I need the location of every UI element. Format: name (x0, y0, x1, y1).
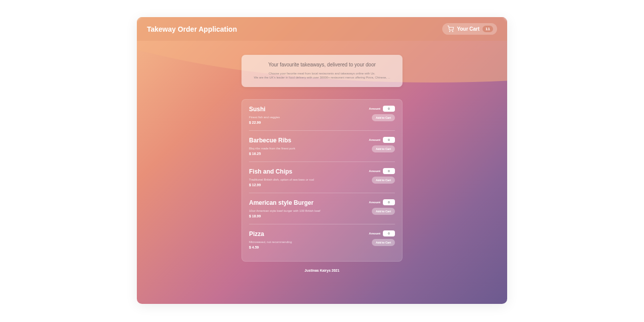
svg-point-0 (450, 31, 450, 32)
meal-action: Amount Add to Cart (369, 137, 395, 155)
meal-price: $ 16.25 (249, 152, 295, 155)
meal-price-value: 4.59 (252, 246, 259, 249)
meal-info: Sushi Finest fish and veggies $ 22.99 (249, 106, 280, 124)
add-to-cart-button[interactable]: Add to Cart (372, 177, 395, 184)
meal-action: Amount Add to Cart (369, 168, 395, 187)
meal-action: Amount Add to Cart (369, 199, 395, 218)
cart-label: Your Cart (457, 26, 479, 32)
cart-button[interactable]: Your Cart 11 (442, 23, 497, 35)
meal-name: Pizza (249, 230, 292, 237)
footer-text: Justinas Kairys 2021 (304, 269, 339, 272)
header-bar: Takeway Order Application Your Cart 11 (137, 17, 507, 41)
amount-input[interactable] (383, 106, 395, 112)
amount-row: Amount (369, 137, 395, 143)
amount-label: Amount (369, 201, 380, 204)
meal-description: Microwaved, not recommending (249, 240, 292, 244)
amount-input[interactable] (383, 137, 395, 143)
amount-row: Amount (369, 106, 395, 112)
amount-row: Amount (369, 199, 395, 205)
cart-count-badge: 11 (482, 26, 493, 32)
amount-label: Amount (369, 232, 380, 235)
meal-action: Amount Add to Cart (369, 106, 395, 124)
meal-description: Traditional British dish, option of sea … (249, 178, 314, 181)
menu-card: Sushi Finest fish and veggies $ 22.99 Am… (242, 99, 403, 262)
meal-price: $ 4.59 (249, 246, 292, 249)
cart-icon (447, 26, 454, 32)
amount-label: Amount (369, 170, 380, 173)
meal-row: American style Burger 10oz American styl… (249, 193, 395, 224)
amount-input[interactable] (383, 230, 395, 236)
meal-info: Fish and Chips Traditional British dish,… (249, 168, 314, 187)
amount-label: Amount (369, 107, 380, 110)
meal-price-value: 22.99 (252, 121, 261, 124)
hero-subtitle-line1: Choose your favorite meal from local res… (251, 71, 393, 75)
meal-description: Bbq ribs made from the finest pork (249, 147, 295, 150)
amount-label: Amount (369, 138, 380, 141)
meal-price: $ 12.99 (249, 183, 314, 187)
app-frame: Takeway Order Application Your Cart 11 Y… (137, 17, 507, 304)
meal-name: Sushi (249, 106, 280, 113)
meal-price: $ 18.99 (249, 214, 320, 218)
meal-info: Barbecue Ribs Bbq ribs made from the fin… (249, 137, 295, 155)
add-to-cart-button[interactable]: Add to Cart (372, 114, 395, 121)
add-to-cart-button[interactable]: Add to Cart (372, 208, 395, 215)
hero-title: Your favourite takeaways, delivered to y… (251, 62, 393, 67)
add-to-cart-button[interactable]: Add to Cart (372, 145, 395, 152)
svg-point-1 (453, 31, 453, 32)
hero-subtitle: Choose your favorite meal from local res… (251, 71, 393, 80)
meal-row: Fish and Chips Traditional British dish,… (249, 162, 395, 193)
meal-action: Amount Add to Cart (369, 230, 395, 249)
hero-card: Your favourite takeaways, delivered to y… (242, 55, 403, 87)
amount-row: Amount (369, 230, 395, 236)
meal-price-value: 18.99 (252, 214, 261, 218)
meal-info: American style Burger 10oz American styl… (249, 199, 320, 218)
meal-row: Barbecue Ribs Bbq ribs made from the fin… (249, 131, 395, 162)
content-area: Your favourite takeaways, delivered to y… (137, 55, 507, 272)
meal-name: Barbecue Ribs (249, 137, 295, 144)
hero-subtitle-line2: We are the UK's leader in food delivery … (251, 75, 393, 79)
amount-input[interactable] (383, 199, 395, 205)
app-title: Takeway Order Application (147, 25, 237, 33)
amount-row: Amount (369, 168, 395, 174)
meal-name: Fish and Chips (249, 168, 314, 175)
meal-row: Sushi Finest fish and veggies $ 22.99 Am… (249, 100, 395, 131)
meal-name: American style Burger (249, 199, 320, 206)
amount-input[interactable] (383, 168, 395, 174)
add-to-cart-button[interactable]: Add to Cart (372, 239, 395, 246)
meal-price: $ 22.99 (249, 121, 280, 124)
meal-row: Pizza Microwaved, not recommending $ 4.5… (249, 224, 395, 255)
meal-price-value: 12.99 (252, 183, 261, 187)
meal-description: 10oz American style beef burger with 100… (249, 209, 320, 212)
meal-info: Pizza Microwaved, not recommending $ 4.5… (249, 230, 292, 249)
meal-description: Finest fish and veggies (249, 116, 280, 119)
meal-price-value: 16.25 (252, 152, 261, 155)
